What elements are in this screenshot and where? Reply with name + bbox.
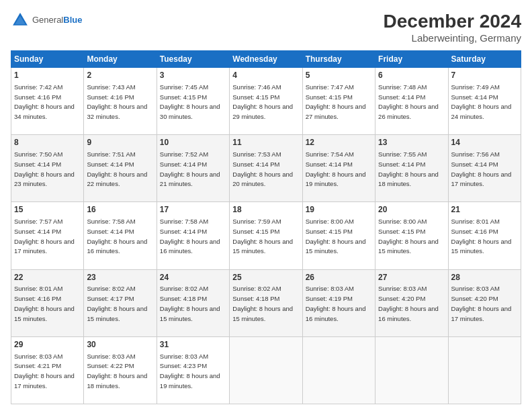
calendar-cell: 6Sunrise: 7:48 AMSunset: 4:14 PMDaylight… bbox=[375, 68, 448, 135]
calendar-cell: 19Sunrise: 8:00 AMSunset: 4:15 PMDayligh… bbox=[302, 202, 375, 269]
calendar-cell: 18Sunrise: 7:59 AMSunset: 4:15 PMDayligh… bbox=[230, 202, 302, 269]
day-number: 31 bbox=[160, 339, 226, 351]
day-info: Sunrise: 7:43 AMSunset: 4:16 PMDaylight:… bbox=[87, 83, 147, 120]
calendar-cell bbox=[448, 336, 521, 404]
day-number: 13 bbox=[378, 137, 445, 148]
calendar-cell bbox=[375, 336, 448, 404]
calendar-header-row: SundayMondayTuesdayWednesdayThursdayFrid… bbox=[11, 51, 521, 68]
day-info: Sunrise: 7:45 AMSunset: 4:15 PMDaylight:… bbox=[160, 83, 220, 120]
day-number: 21 bbox=[451, 204, 518, 216]
calendar-cell bbox=[230, 336, 302, 404]
day-header-thursday: Thursday bbox=[302, 51, 375, 68]
day-info: Sunrise: 7:48 AMSunset: 4:14 PMDaylight:… bbox=[378, 83, 439, 120]
logo-general: General bbox=[32, 15, 63, 25]
calendar-week-row: 15Sunrise: 7:57 AMSunset: 4:14 PMDayligh… bbox=[11, 202, 521, 269]
day-number: 30 bbox=[87, 339, 153, 351]
calendar-cell: 23Sunrise: 8:02 AMSunset: 4:17 PMDayligh… bbox=[84, 269, 157, 336]
day-number: 16 bbox=[87, 204, 153, 216]
calendar-table: SundayMondayTuesdayWednesdayThursdayFrid… bbox=[11, 50, 521, 404]
day-info: Sunrise: 7:51 AMSunset: 4:14 PMDaylight:… bbox=[87, 150, 147, 187]
day-header-monday: Monday bbox=[84, 51, 157, 68]
calendar-cell: 24Sunrise: 8:02 AMSunset: 4:18 PMDayligh… bbox=[157, 269, 229, 336]
calendar-cell: 25Sunrise: 8:02 AMSunset: 4:18 PMDayligh… bbox=[230, 269, 302, 336]
day-number: 26 bbox=[306, 272, 372, 283]
calendar-cell: 29Sunrise: 8:03 AMSunset: 4:21 PMDayligh… bbox=[11, 336, 84, 404]
day-number: 22 bbox=[14, 272, 81, 283]
calendar-cell: 1Sunrise: 7:42 AMSunset: 4:16 PMDaylight… bbox=[11, 68, 84, 135]
day-info: Sunrise: 8:03 AMSunset: 4:23 PMDaylight:… bbox=[160, 353, 220, 390]
day-number: 10 bbox=[160, 137, 226, 148]
calendar-cell: 28Sunrise: 8:03 AMSunset: 4:20 PMDayligh… bbox=[448, 269, 521, 336]
calendar-cell: 20Sunrise: 8:00 AMSunset: 4:15 PMDayligh… bbox=[375, 202, 448, 269]
day-number: 29 bbox=[14, 339, 81, 351]
day-info: Sunrise: 7:53 AMSunset: 4:14 PMDaylight:… bbox=[232, 150, 293, 187]
day-number: 7 bbox=[451, 70, 518, 81]
day-info: Sunrise: 7:58 AMSunset: 4:14 PMDaylight:… bbox=[87, 218, 147, 255]
calendar-cell: 4Sunrise: 7:46 AMSunset: 4:15 PMDaylight… bbox=[230, 68, 302, 135]
day-number: 1 bbox=[14, 70, 81, 81]
day-number: 5 bbox=[306, 70, 372, 81]
calendar-cell: 17Sunrise: 7:58 AMSunset: 4:14 PMDayligh… bbox=[157, 202, 229, 269]
day-number: 12 bbox=[306, 137, 372, 148]
day-header-wednesday: Wednesday bbox=[230, 51, 302, 68]
day-info: Sunrise: 7:46 AMSunset: 4:15 PMDaylight:… bbox=[232, 83, 293, 120]
day-info: Sunrise: 8:02 AMSunset: 4:18 PMDaylight:… bbox=[160, 285, 220, 322]
calendar-subtitle: Laberweinting, Germany bbox=[384, 32, 521, 44]
day-info: Sunrise: 7:52 AMSunset: 4:14 PMDaylight:… bbox=[160, 150, 220, 187]
calendar-cell: 21Sunrise: 8:01 AMSunset: 4:16 PMDayligh… bbox=[448, 202, 521, 269]
day-info: Sunrise: 7:47 AMSunset: 4:15 PMDaylight:… bbox=[306, 83, 366, 120]
calendar-cell: 9Sunrise: 7:51 AMSunset: 4:14 PMDaylight… bbox=[84, 135, 157, 202]
day-number: 23 bbox=[87, 272, 153, 283]
calendar-cell: 3Sunrise: 7:45 AMSunset: 4:15 PMDaylight… bbox=[157, 68, 229, 135]
calendar-cell: 12Sunrise: 7:54 AMSunset: 4:14 PMDayligh… bbox=[302, 135, 375, 202]
page-container: GeneralBlue December 2024 Laberweinting,… bbox=[0, 0, 532, 411]
calendar-cell: 30Sunrise: 8:03 AMSunset: 4:22 PMDayligh… bbox=[84, 336, 157, 404]
day-header-sunday: Sunday bbox=[11, 51, 84, 68]
day-number: 4 bbox=[232, 70, 299, 81]
day-info: Sunrise: 7:59 AMSunset: 4:15 PMDaylight:… bbox=[232, 218, 293, 255]
calendar-title: December 2024 bbox=[384, 11, 521, 32]
day-info: Sunrise: 8:03 AMSunset: 4:22 PMDaylight:… bbox=[87, 353, 147, 390]
calendar-cell: 11Sunrise: 7:53 AMSunset: 4:14 PMDayligh… bbox=[230, 135, 302, 202]
calendar-cell: 13Sunrise: 7:55 AMSunset: 4:14 PMDayligh… bbox=[375, 135, 448, 202]
calendar-cell bbox=[302, 336, 375, 404]
day-number: 20 bbox=[378, 204, 445, 216]
day-info: Sunrise: 8:02 AMSunset: 4:17 PMDaylight:… bbox=[87, 285, 147, 322]
day-info: Sunrise: 8:00 AMSunset: 4:15 PMDaylight:… bbox=[378, 218, 439, 255]
calendar-cell: 27Sunrise: 8:03 AMSunset: 4:20 PMDayligh… bbox=[375, 269, 448, 336]
logo-icon bbox=[11, 11, 30, 30]
calendar-week-row: 22Sunrise: 8:01 AMSunset: 4:16 PMDayligh… bbox=[11, 269, 521, 336]
day-info: Sunrise: 7:42 AMSunset: 4:16 PMDaylight:… bbox=[14, 83, 75, 120]
day-info: Sunrise: 8:03 AMSunset: 4:21 PMDaylight:… bbox=[14, 353, 75, 390]
day-info: Sunrise: 7:50 AMSunset: 4:14 PMDaylight:… bbox=[14, 150, 75, 187]
day-info: Sunrise: 8:02 AMSunset: 4:18 PMDaylight:… bbox=[232, 285, 293, 322]
day-number: 25 bbox=[232, 272, 299, 283]
day-info: Sunrise: 8:00 AMSunset: 4:15 PMDaylight:… bbox=[306, 218, 366, 255]
day-number: 28 bbox=[451, 272, 518, 283]
logo-blue: Blue bbox=[63, 15, 82, 25]
day-number: 24 bbox=[160, 272, 226, 283]
calendar-cell: 26Sunrise: 8:03 AMSunset: 4:19 PMDayligh… bbox=[302, 269, 375, 336]
day-info: Sunrise: 7:57 AMSunset: 4:14 PMDaylight:… bbox=[14, 218, 75, 255]
day-number: 17 bbox=[160, 204, 226, 216]
calendar-cell: 31Sunrise: 8:03 AMSunset: 4:23 PMDayligh… bbox=[157, 336, 229, 404]
day-number: 11 bbox=[232, 137, 299, 148]
day-info: Sunrise: 8:01 AMSunset: 4:16 PMDaylight:… bbox=[14, 285, 75, 322]
calendar-week-row: 8Sunrise: 7:50 AMSunset: 4:14 PMDaylight… bbox=[11, 135, 521, 202]
day-number: 15 bbox=[14, 204, 81, 216]
day-info: Sunrise: 8:01 AMSunset: 4:16 PMDaylight:… bbox=[451, 218, 512, 255]
day-number: 6 bbox=[378, 70, 445, 81]
day-header-saturday: Saturday bbox=[448, 51, 521, 68]
day-info: Sunrise: 7:55 AMSunset: 4:14 PMDaylight:… bbox=[378, 150, 439, 187]
day-number: 27 bbox=[378, 272, 445, 283]
logo-text: GeneralBlue bbox=[32, 15, 82, 26]
day-number: 19 bbox=[306, 204, 372, 216]
day-info: Sunrise: 8:03 AMSunset: 4:20 PMDaylight:… bbox=[378, 285, 439, 322]
day-info: Sunrise: 8:03 AMSunset: 4:20 PMDaylight:… bbox=[451, 285, 512, 322]
calendar-cell: 7Sunrise: 7:49 AMSunset: 4:14 PMDaylight… bbox=[448, 68, 521, 135]
calendar-cell: 14Sunrise: 7:56 AMSunset: 4:14 PMDayligh… bbox=[448, 135, 521, 202]
day-info: Sunrise: 7:56 AMSunset: 4:14 PMDaylight:… bbox=[451, 150, 512, 187]
day-info: Sunrise: 8:03 AMSunset: 4:19 PMDaylight:… bbox=[306, 285, 366, 322]
day-header-tuesday: Tuesday bbox=[157, 51, 229, 68]
calendar-cell: 5Sunrise: 7:47 AMSunset: 4:15 PMDaylight… bbox=[302, 68, 375, 135]
